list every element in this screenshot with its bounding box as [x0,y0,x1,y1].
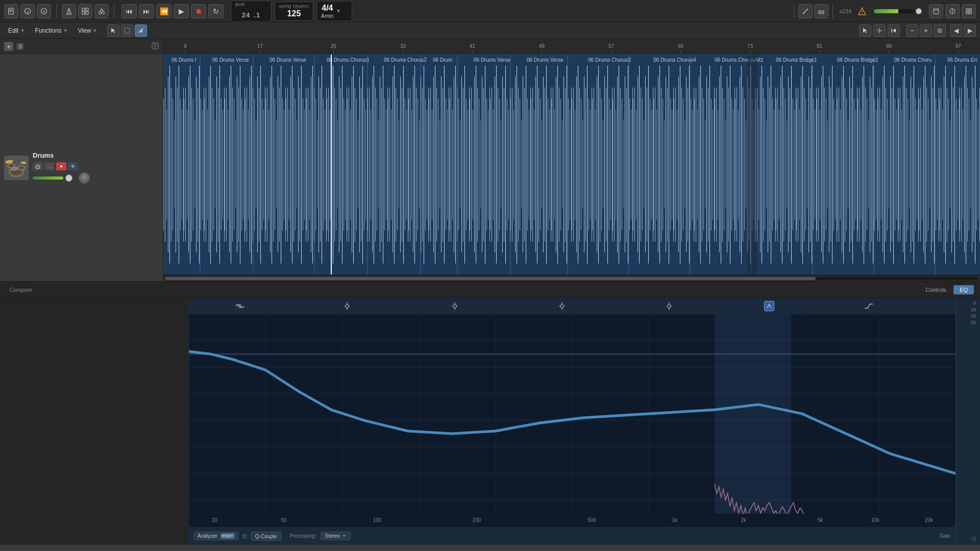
analyzer-btn[interactable]: Analyzer POST [194,532,238,540]
view-menu[interactable]: View ▼ [74,26,102,36]
track-headphone-btn[interactable]: 🎧 [44,162,55,170]
eq-handle-hp[interactable] [235,301,245,312]
time-sig-display[interactable]: 4/4 Amin ▼ [316,1,352,21]
ruler: 9 17 25 33 41 [163,39,980,54]
track-header-top: + S [0,39,163,54]
window-btn-2[interactable] [945,4,960,18]
ruler-mark-25: 25 [331,43,336,54]
edit-toolbar-icons [62,4,114,18]
fast-forward-btn[interactable]: ⏭ [139,4,154,18]
eq-handle-bell2[interactable] [450,301,460,312]
svg-rect-35 [125,28,130,33]
pointer-tool[interactable] [107,24,119,37]
track-rec-btn[interactable]: ● [56,162,66,170]
scrollbar-track[interactable] [165,277,978,280]
record-btn[interactable]: ⏺ [191,4,206,18]
add-track-btn[interactable]: + [4,42,13,51]
next-btn[interactable]: ▶ [964,24,976,37]
go-to-start-btn[interactable]: ⏪ [156,4,172,18]
tracks-content[interactable]: 06 Drums I 06 Drums Verse 06 Drums Verse… [163,54,980,275]
svg-rect-31 [969,9,971,11]
svg-rect-30 [966,9,968,11]
eq-display[interactable]: 20 50 100 200 500 1k 2k 5k 10k 20k Analy… [189,298,955,545]
svg-text:06 Drums Verse: 06 Drums Verse [527,57,564,63]
position-value: 24 .1 [235,7,267,20]
zoom-fit-btn[interactable] [934,24,946,37]
window-btn-1[interactable] [929,4,943,18]
freq-20k: 20k [925,517,933,523]
position-display[interactable]: BAR 24 .1 [231,1,272,22]
track-freeze-btn[interactable]: ❄ [68,162,78,170]
compare-btn[interactable]: Compare [6,286,35,294]
track-power-btn[interactable]: ⏻ [33,162,43,170]
pencil-btn[interactable] [798,4,813,18]
zoom-btn[interactable] [873,24,886,37]
blade-tool[interactable] [135,24,147,37]
eq-handle-shelf[interactable] [864,301,874,312]
svg-point-58 [21,162,26,164]
cycle-btn[interactable]: ↻ [208,4,224,18]
tempo-value: 125 [279,9,309,18]
back-to-start-btn[interactable] [888,24,900,37]
grid-btn[interactable] [78,4,92,18]
prev-btn[interactable]: ◀ [950,24,962,37]
drums-track-volume [33,172,159,184]
freq-200: 200 [473,517,481,523]
drums-audio-track[interactable]: 06 Drums I 06 Drums Verse 06 Drums Verse… [163,54,980,275]
tempo-display[interactable]: KFPB TEMPO 125 [275,2,313,21]
svg-rect-33 [969,12,971,14]
eq-handle-active[interactable] [764,301,774,311]
info-btn[interactable]: i [20,4,35,18]
metronome-btn[interactable] [62,4,76,18]
cursor-btn[interactable] [859,24,871,37]
scrollbar-thumb[interactable] [165,277,816,280]
ruler-mark-33: 33 [400,43,406,54]
zoom-out-btn[interactable] [906,24,918,37]
track-vol-knob[interactable] [65,174,72,182]
eq-handle-bell3[interactable] [557,301,567,312]
eq-handle-bell1[interactable] [342,301,352,312]
db-dot [958,537,978,543]
svg-text:06 Drums Bridge2: 06 Drums Bridge2 [837,57,878,63]
level-knob[interactable] [916,8,922,14]
zoom-in-btn[interactable] [920,24,932,37]
svg-line-16 [100,9,102,12]
svg-point-25 [862,13,863,14]
new-file-btn[interactable] [4,4,18,18]
track-pan-knob[interactable] [79,172,90,184]
window-btn-3[interactable] [962,4,976,18]
svg-point-54 [9,164,14,167]
main-area: + S [0,39,980,281]
bottom-panel: Compare Controls EQ [0,281,980,545]
play-btn[interactable]: ▶ [174,4,189,18]
stereo-selector[interactable]: Stereo ▼ [321,532,351,540]
eq-dot [242,534,247,538]
freq-20: 20 [212,517,217,523]
track-header-options-btn[interactable] [152,42,159,51]
tab-controls[interactable]: Controls [919,285,952,294]
help-btn[interactable]: ? [37,4,51,18]
stereo-btn[interactable]: S [16,43,24,50]
eq-handle-bell4[interactable] [664,301,674,312]
svg-rect-115 [667,304,671,308]
scissors-btn[interactable] [94,4,109,18]
svg-text:06 Drums Chorus2: 06 Drums Chorus2 [384,57,427,63]
functions-menu[interactable]: Functions ▼ [31,26,72,36]
zoom-controls [906,24,946,37]
horizontal-scrollbar[interactable] [163,275,980,281]
analyzer-badge: POST [220,533,235,539]
time-sig-arrow: ▼ [336,8,341,14]
svg-marker-36 [863,28,867,33]
edit-menu[interactable]: Edit ▼ [4,26,29,36]
marquee-tool[interactable] [121,24,133,37]
level-bar-fill [874,9,898,13]
erase-btn[interactable] [814,4,828,18]
tab-eq[interactable]: EQ [953,285,974,294]
svg-rect-26 [934,9,939,14]
rewind-btn[interactable]: ⏮ [121,4,137,18]
q-couple-btn[interactable]: Q-Couple [251,532,282,541]
freq-10k: 10k [871,517,879,523]
svg-text:06 Drums Chorus4: 06 Drums Chorus4 [653,57,696,63]
drums-track-icon [4,156,29,180]
svg-rect-123 [715,314,791,527]
